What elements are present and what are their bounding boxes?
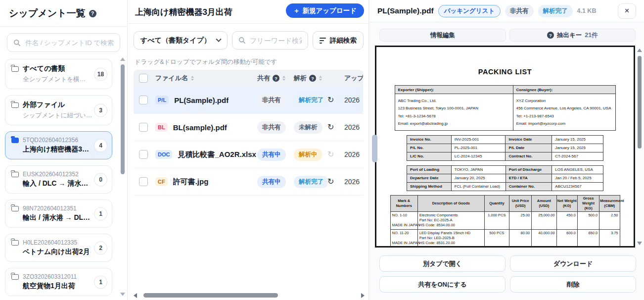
edit-info-button[interactable]: 情報編集 [379,29,506,42]
pdf-scrollbar[interactable] [637,48,643,248]
item-id: EUSK202604012352 [23,171,79,178]
sidebar-item-shipment-5TQD[interactable]: 5TQD202604012356 上海向け精密機器3… 4 [5,131,112,159]
sort-icon[interactable] [319,76,322,81]
search-icon [13,39,21,47]
share-on-button[interactable]: 共有をONにする [379,276,506,293]
analysis-status-badge: 解析完了 [294,94,328,106]
refresh-icon[interactable]: ↻ [327,96,334,104]
item-id: H0LE202604012335 [23,239,77,246]
extracted-keys-button[interactable]: ? 抽出キー 21件 [509,29,636,42]
analysis-status-badge: 解析完了 [538,5,573,17]
goods-row: NO. 1-10MADE IN JAPAN Electronic Compone… [390,211,620,229]
help-icon[interactable]: ? [89,10,96,17]
upload-date: 2026 [344,150,360,158]
new-upload-button[interactable]: ＋ 新規アップロード [286,3,364,18]
pdf-document-title: PACKING LIST [376,68,634,76]
sidebar-item-shipment-EUSK[interactable]: EUSK202604012352 輸入 / DLC → 清水… 0 [5,165,112,194]
doc-type-value: すべて（書類タイプ） [140,36,211,45]
scroll-right-arrow[interactable] [361,293,365,298]
sidebar-item-shipment-98N7[interactable]: 98N7202604012351 輸出 / 清水港 → DL… 1 [5,200,112,228]
file-name[interactable]: BL(sample).pdf [173,123,227,132]
sidebar-item-external-files[interactable]: 外部ファイル シップメントに紐づい… 3 [5,95,112,125]
column-filename-label: ファイル名 [155,74,188,83]
column-uploaded[interactable]: アップ [344,74,363,83]
shipment-search-box[interactable] [7,33,120,52]
file-name[interactable]: 許可書.jpg [173,177,209,187]
shipment-search-input[interactable] [25,39,114,47]
count-badge: 3 [94,103,107,117]
column-analysis[interactable]: 解析 ? [294,74,327,83]
file-row-quote-comparison[interactable]: DOC 見積比較書_AO2R.xlsx 共有中 解析中 ↻ 2026 [134,141,363,168]
shipment-title: 上海向け精密機器3月出荷 [135,7,232,17]
help-icon[interactable]: ? [273,75,279,82]
sidebar-scrollbar[interactable] [120,55,126,300]
share-status-badge: 共有中 [257,149,286,161]
refresh-icon[interactable]: ↻ [327,123,334,131]
scroll-left-arrow[interactable] [134,293,137,298]
item-title: 輸入 / DLC → 清水… [23,179,92,188]
sort-icon[interactable] [282,76,285,81]
scroll-down-arrow[interactable] [120,293,125,296]
sidebar-title: シップメント一覧 [9,7,86,20]
upload-date: 2026 [344,123,360,131]
scroll-up-arrow[interactable] [637,49,642,52]
column-share-label: 共有 [257,74,270,83]
preview-bottom-actions: 別タブで開く ダウンロード 共有をONにする 削除 [379,255,636,293]
filter-bar: すべて（書類タイプ） 詳細検索 [128,24,368,50]
row-checkbox[interactable] [139,123,148,132]
scrollbar-thumb[interactable] [143,293,278,298]
file-row-bl-sample[interactable]: BL BL(sample).pdf 非共有 未解析 ↻ 2026 [134,114,363,141]
scrollbar-thumb[interactable] [121,64,125,174]
keyword-search-box[interactable] [232,31,308,50]
close-button[interactable]: × [618,3,636,19]
row-checkbox[interactable] [139,177,148,186]
panel-resize-handle[interactable] [372,135,377,162]
shipment-list: すべての書類 全シップメントを横… 18 外部ファイル シップメントに紐づい… … [0,59,127,296]
column-filename[interactable]: ファイル名 [155,74,257,83]
doc-type-badge: P/L [155,96,169,104]
filter-icon [320,38,326,44]
folder-icon [11,102,19,108]
column-share[interactable]: 共有 ? [257,74,294,83]
doc-type-select[interactable]: すべて（書類タイプ） [134,31,228,50]
sidebar-item-all-documents[interactable]: すべての書類 全シップメントを横… 18 [5,59,112,89]
scroll-down-arrow[interactable] [637,242,642,245]
file-name[interactable]: PL(Sample).pdf [174,96,229,104]
sidebar-item-shipment-H0LE[interactable]: H0LE202604012335 ベトナム向け出荷2月 2 [5,234,112,262]
sort-icon[interactable] [191,76,194,81]
row-checkbox[interactable] [139,150,148,159]
scroll-up-arrow[interactable] [120,57,125,61]
app: シップメント一覧 ? すべての書類 全シップメントを横… 18 外部ファイル シ… [0,0,644,300]
file-table-header: ファイル名 共有 ? 解析 ? アップ [134,70,363,87]
file-row-pl-sample[interactable]: P/L PL(Sample).pdf 非共有 解析完了 ↻ 2026 [134,87,363,114]
refresh-icon: ↻ [327,150,334,158]
upload-date: 2026 [344,178,360,186]
pdf-preview[interactable]: PACKING LIST Exporter (Shipper): Consign… [375,46,635,248]
analysis-status-badge: 解析中 [294,149,322,161]
open-new-tab-button[interactable]: 別タブで開く [379,255,506,272]
refresh-icon[interactable]: ↻ [327,178,334,186]
share-status-badge: 非共有 [257,94,286,106]
select-all-checkbox[interactable] [139,74,148,83]
folder-icon [11,206,19,211]
file-name[interactable]: 見積比較書_AO2R.xlsx [178,150,256,159]
advanced-search-button[interactable]: 詳細検索 [313,31,364,50]
scrollbar-thumb[interactable] [638,56,642,149]
advanced-search-label: 詳細検索 [330,36,357,45]
sidebar-item-shipment-3ZO3[interactable]: 3ZO3202603312011 航空貨物1月出荷 1 [5,268,112,296]
file-row-permit[interactable]: CF 許可書.jpg 共有中 解析完了 ↻ 2026 [134,168,363,196]
item-title: すべての書類 [23,64,65,73]
download-button[interactable]: ダウンロード [510,255,636,272]
horizontal-scrollbar[interactable] [134,293,365,299]
upload-date: 2026 [344,96,360,104]
delete-button[interactable]: 削除 [510,276,636,293]
row-checkbox[interactable] [139,96,148,104]
help-icon[interactable]: ? [309,75,316,82]
analysis-status-badge: 解析完了 [294,176,328,188]
keyword-search-input[interactable] [250,37,302,45]
count-badge: 1 [94,275,107,289]
consignee-label: Consignee (Buyer): [513,86,615,94]
shipment-sidebar: シップメント一覧 ? すべての書類 全シップメントを横… 18 外部ファイル シ… [0,0,128,300]
help-icon: ? [547,32,554,39]
pdf-reference-table: Invoice No.INV-2025-001Invoice DateJanua… [407,135,603,161]
